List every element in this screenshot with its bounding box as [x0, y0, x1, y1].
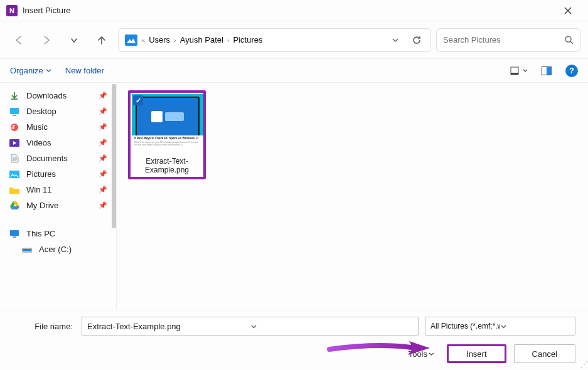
svg-rect-4 [547, 66, 552, 75]
insert-button[interactable]: Insert [447, 344, 506, 363]
chevron-down-icon[interactable] [250, 323, 414, 330]
sidebar-item-acer-c[interactable]: Acer (C:) [0, 241, 116, 257]
sidebar-label: Music [26, 122, 48, 132]
window-title: Insert Picture [23, 6, 554, 15]
thumbnail-preview: 6 Best Ways to Check PC Specs on Windows… [132, 94, 203, 153]
sidebar-item-documents[interactable]: Documents 📌 [0, 151, 116, 166]
pin-icon: 📌 [99, 92, 107, 100]
chevron-down-icon [46, 68, 51, 73]
tools-menu[interactable]: Tools [409, 349, 434, 359]
preview-pane-button[interactable] [542, 66, 552, 75]
resize-grip[interactable]: ⋰ [580, 360, 587, 369]
organize-menu[interactable]: Organize [10, 66, 51, 75]
onenote-app-icon: N [6, 5, 18, 16]
search-icon[interactable] [564, 35, 574, 45]
folder-icon [9, 186, 20, 194]
new-folder-button[interactable]: New folder [65, 66, 104, 75]
breadcrumb-sep-icon: › [227, 36, 230, 44]
sidebar-item-win11[interactable]: Win 11 📌 [0, 182, 116, 198]
filetype-combobox[interactable]: All Pictures (*.emf;*.wmf;*.jpg;*.j [425, 317, 575, 336]
sidebar-label: Win 11 [26, 185, 51, 194]
back-button[interactable] [8, 29, 30, 51]
svg-rect-11 [13, 236, 16, 238]
selected-check-icon [133, 95, 143, 105]
tools-label: Tools [409, 349, 427, 359]
file-list[interactable]: 6 Best Ways to Check PC Specs on Windows… [117, 83, 588, 310]
pin-icon: 📌 [99, 201, 107, 209]
music-icon [9, 123, 20, 132]
new-folder-label: New folder [65, 66, 104, 75]
preview-subtext: What's the import on your PC's hardware … [134, 141, 201, 146]
sidebar-label: Downloads [26, 91, 67, 100]
preview-headline: 6 Best Ways to Check PC Specs on Windows… [134, 137, 201, 140]
filename-combobox[interactable]: Extract-Text-Example.png [82, 317, 419, 336]
sidebar-item-pictures[interactable]: Pictures 📌 [0, 166, 116, 182]
file-label: Extract-Text-Example.png [132, 153, 202, 176]
search-box[interactable] [436, 28, 580, 52]
pictures-icon [9, 170, 20, 179]
help-button[interactable]: ? [565, 65, 578, 77]
sidebar-item-downloads[interactable]: Downloads 📌 [0, 88, 116, 103]
sidebar-label: This PC [26, 229, 55, 238]
sidebar-label: Pictures [26, 169, 56, 179]
pin-icon: 📌 [99, 123, 107, 131]
organize-label: Organize [10, 66, 43, 75]
sidebar-item-mydrive[interactable]: My Drive 📌 [0, 198, 116, 213]
main-area: Downloads 📌 Desktop 📌 Music 📌 Videos 📌 D… [0, 83, 588, 310]
pin-icon: 📌 [99, 170, 107, 178]
address-dropdown-button[interactable] [389, 35, 402, 45]
pictures-location-icon [125, 34, 137, 46]
toolbar-row: Organize New folder ? [0, 59, 588, 83]
desktop-icon [9, 107, 20, 116]
svg-rect-2 [511, 73, 518, 75]
navigation-pane[interactable]: Downloads 📌 Desktop 📌 Music 📌 Videos 📌 D… [0, 83, 117, 310]
navigation-row: « Users › Ayush Patel › Pictures [0, 21, 588, 59]
footer: File name: Extract-Text-Example.png All … [0, 310, 588, 370]
chevron-down-icon [523, 68, 528, 73]
svg-point-0 [565, 36, 571, 42]
title-bar: N Insert Picture [0, 0, 588, 21]
filename-value: Extract-Text-Example.png [87, 322, 250, 331]
sidebar-label: Acer (C:) [39, 245, 72, 254]
breadcrumb-ayush[interactable]: Ayush Patel [180, 35, 223, 45]
svg-rect-6 [13, 115, 16, 116]
filetype-value: All Pictures (*.emf;*.wmf;*.jpg;*.j [430, 322, 500, 330]
sidebar-label: Documents [26, 154, 68, 163]
svg-rect-13 [23, 249, 31, 251]
sidebar-label: My Drive [26, 201, 58, 210]
sidebar-label: Videos [26, 138, 51, 147]
refresh-button[interactable] [409, 33, 424, 48]
documents-icon [9, 154, 20, 163]
sidebar-item-videos[interactable]: Videos 📌 [0, 135, 116, 151]
breadcrumb-users[interactable]: Users [149, 35, 170, 45]
pin-icon: 📌 [99, 107, 107, 115]
recent-locations-button[interactable] [63, 29, 85, 51]
sidebar-label: Desktop [26, 107, 56, 116]
breadcrumb-pictures[interactable]: Pictures [233, 35, 263, 45]
videos-icon [9, 139, 20, 147]
thispc-icon [9, 230, 20, 238]
breadcrumb-overflow[interactable]: « [141, 36, 145, 44]
cancel-button[interactable]: Cancel [514, 344, 575, 363]
file-thumbnail-selected[interactable]: 6 Best Ways to Check PC Specs on Windows… [128, 90, 206, 179]
sidebar-item-desktop[interactable]: Desktop 📌 [0, 103, 116, 119]
pin-icon: 📌 [99, 154, 107, 162]
sidebar-scrollbar[interactable] [112, 84, 116, 228]
address-bar[interactable]: « Users › Ayush Patel › Pictures [118, 28, 431, 52]
filename-label: File name: [13, 322, 75, 331]
view-mode-button[interactable] [510, 66, 528, 75]
sidebar-item-music[interactable]: Music 📌 [0, 119, 116, 135]
svg-rect-10 [10, 230, 19, 236]
pin-icon: 📌 [99, 186, 107, 194]
sidebar-item-thispc[interactable]: This PC [0, 226, 116, 241]
forward-button[interactable] [35, 29, 58, 51]
close-button[interactable] [554, 1, 582, 20]
up-button[interactable] [90, 29, 113, 51]
chevron-down-icon[interactable] [500, 323, 570, 330]
download-icon [9, 92, 20, 100]
search-input[interactable] [443, 35, 564, 45]
pin-icon: 📌 [99, 139, 107, 147]
drive-icon [21, 245, 33, 254]
breadcrumb-sep-icon: › [174, 36, 176, 44]
svg-rect-5 [10, 108, 19, 114]
